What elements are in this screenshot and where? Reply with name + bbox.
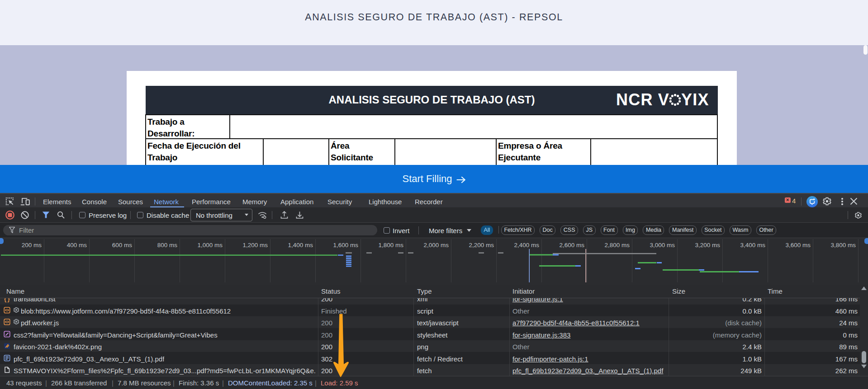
svg-text:400 ms: 400 ms (67, 242, 87, 248)
svg-text:2,800 ms: 2,800 ms (604, 242, 630, 248)
svg-text:2,600 ms: 2,600 ms (559, 242, 584, 248)
svg-text:3,400 ms: 3,400 ms (740, 242, 765, 248)
svg-text:1,000 ms: 1,000 ms (197, 242, 223, 248)
svg-text:2,400 ms: 2,400 ms (514, 242, 539, 248)
svg-text:1,200 ms: 1,200 ms (242, 242, 268, 248)
svg-text:1,400 ms: 1,400 ms (288, 242, 313, 248)
svg-text:NCR V: NCR V (616, 91, 669, 109)
svg-text:2,000 ms: 2,000 ms (423, 242, 449, 248)
svg-text:3,200 ms: 3,200 ms (695, 242, 720, 248)
svg-text:3,000 ms: 3,000 ms (650, 242, 675, 248)
svg-text:600 ms: 600 ms (112, 242, 133, 248)
svg-text:3,600 ms: 3,600 ms (785, 242, 811, 248)
svg-text:1,600 ms: 1,600 ms (333, 242, 358, 248)
svg-text:800 ms: 800 ms (157, 242, 178, 248)
svg-text:2,200 ms: 2,200 ms (469, 242, 494, 248)
svg-text:3,800 ms: 3,800 ms (830, 242, 856, 248)
svg-text:1,800 ms: 1,800 ms (378, 242, 403, 248)
svg-text:YIX: YIX (681, 91, 709, 109)
svg-text:200 ms: 200 ms (22, 242, 42, 248)
